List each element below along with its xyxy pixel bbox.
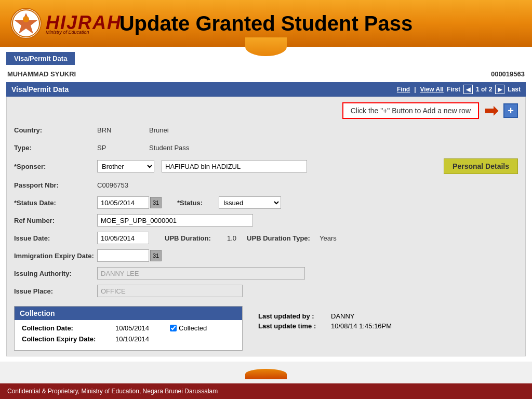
last-updated-by-label: Last updated by :: [258, 312, 331, 320]
student-info-row: MUHAMMAD SYUKRI 000019563: [6, 68, 526, 80]
type-name: Student Pass: [149, 144, 189, 152]
footer-bump: [245, 369, 287, 379]
find-link[interactable]: Find: [397, 86, 410, 93]
tab-visa-permit[interactable]: Visa/Permit Data: [6, 52, 75, 65]
section-nav: Find | View All First ◀ 1 of 2 ▶ Last: [397, 85, 521, 94]
imm-expiry-label: Immigration Expiry Date:: [14, 252, 97, 260]
issuing-authority-label: Issuing Authority:: [14, 270, 97, 277]
last-update-time-label: Last update time :: [258, 322, 331, 330]
sponser-name-input[interactable]: [162, 160, 307, 172]
last-updated-by-row: Last updated by : DANNY: [258, 312, 392, 320]
sponser-select[interactable]: Brother Father Mother Guardian Self: [97, 160, 154, 172]
last-update-time-row: Last update time : 10/08/14 1:45:16PM: [258, 322, 392, 330]
type-row: Type: SP Student Pass: [14, 141, 518, 154]
imm-expiry-input[interactable]: [97, 249, 149, 262]
upb-duration-label: UPB Duration:: [165, 234, 227, 242]
collected-label: Collected: [179, 324, 207, 332]
country-label: Country:: [14, 126, 97, 134]
section-title: Visa/Permit Data: [11, 85, 69, 94]
collected-checkbox[interactable]: [170, 325, 177, 331]
main-content: Visa/Permit Data MUHAMMAD SYUKRI 0000195…: [0, 47, 532, 362]
page-footer: Confidential & Proprietary, Ministry of …: [0, 383, 532, 399]
collection-date-row: Collection Date: 10/05/2014 Collected: [22, 324, 235, 332]
logo-icon: [10, 8, 42, 39]
form-area: Click the "+" Button to Add a new row ➡ …: [6, 97, 526, 356]
header-bump: [245, 37, 287, 56]
callout-box: Click the "+" Button to Add a new row: [342, 102, 479, 119]
country-code: BRN: [97, 126, 149, 134]
svg-point-2: [23, 16, 29, 22]
ref-input[interactable]: [97, 214, 253, 227]
status-select[interactable]: Issued Pending Cancelled: [219, 196, 281, 209]
status-label: *Status:: [177, 199, 219, 207]
issuing-authority-input[interactable]: [97, 267, 305, 280]
collection-header: Collection: [15, 307, 242, 320]
last-label: Last: [508, 86, 521, 93]
passport-value: C0096753: [97, 181, 128, 189]
page-title: Update Granted Student Pass: [119, 12, 413, 35]
view-all-link[interactable]: View All: [420, 86, 444, 93]
status-date-row: *Status Date: 31 *Status: Issued Pending…: [14, 196, 518, 209]
first-label: First: [447, 86, 460, 93]
issue-date-row: Issue Date: UPB Duration: 1.0 UPB Durati…: [14, 231, 518, 245]
collected-area: Collected: [170, 324, 207, 332]
issue-place-label: Issue Place:: [14, 287, 97, 295]
collection-expiry-row: Collection Expiry Date: 10/10/2014: [22, 335, 235, 343]
page-header: HIJRAH Ministry of Education Update Gran…: [0, 0, 532, 47]
last-updated-by-value: DANNY: [331, 312, 355, 320]
section-header: Visa/Permit Data Find | View All First ◀…: [6, 82, 526, 97]
ref-label: Ref Number:: [14, 217, 97, 224]
personal-details-button[interactable]: Personal Details: [444, 158, 518, 174]
sponser-label: *Sponser:: [14, 163, 97, 170]
collection-expiry-value: 10/10/2014: [115, 335, 149, 343]
footer-text: Confidential & Proprietary, Ministry of …: [7, 388, 218, 395]
country-name: Brunei: [149, 126, 169, 134]
page-indicator: 1 of 2: [476, 86, 492, 93]
imm-expiry-calendar-icon[interactable]: 31: [150, 250, 162, 261]
logo-area: HIJRAH Ministry of Education: [10, 8, 122, 39]
callout-arrow-icon: ➡: [484, 102, 498, 119]
collection-date-value: 10/05/2014: [115, 324, 149, 332]
issuing-authority-row: Issuing Authority:: [14, 267, 518, 280]
sponser-row: *Sponser: Brother Father Mother Guardian…: [14, 158, 518, 174]
upb-duration-value: 1.0: [227, 234, 236, 242]
student-name: MUHAMMAD SYUKRI: [7, 70, 76, 78]
passport-label: Passport Nbr:: [14, 181, 97, 189]
student-id: 000019563: [491, 70, 525, 78]
collection-date-label: Collection Date:: [22, 324, 115, 332]
status-date-label: *Status Date:: [14, 199, 97, 207]
last-update-time-value: 10/08/14 1:45:16PM: [331, 322, 392, 330]
type-code: SP: [97, 144, 149, 152]
collection-expiry-label: Collection Expiry Date:: [22, 335, 115, 343]
country-row: Country: BRN Brunei: [14, 123, 518, 137]
issue-date-input[interactable]: [97, 232, 149, 244]
type-label: Type:: [14, 144, 97, 152]
issue-date-label: Issue Date:: [14, 234, 97, 242]
next-page-button[interactable]: ▶: [495, 85, 504, 94]
imm-expiry-row: Immigration Expiry Date: 31: [14, 249, 518, 262]
ref-row: Ref Number:: [14, 214, 518, 227]
passport-row: Passport Nbr: C0096753: [14, 178, 518, 192]
issue-place-row: Issue Place:: [14, 284, 518, 298]
upb-duration-type-label: UPB Duration Type:: [247, 234, 320, 242]
add-row-button[interactable]: +: [503, 103, 518, 118]
upb-duration-type-value: Years: [320, 234, 337, 242]
status-date-input[interactable]: [97, 196, 149, 209]
collection-body: Collection Date: 10/05/2014 Collected Co…: [15, 320, 242, 350]
collection-section: Collection Collection Date: 10/05/2014 C…: [14, 306, 243, 351]
issue-place-input[interactable]: [97, 285, 243, 297]
prev-page-button[interactable]: ◀: [463, 85, 473, 94]
status-date-calendar-icon[interactable]: 31: [150, 197, 162, 208]
last-updated-section: Last updated by : DANNY Last update time…: [258, 312, 392, 332]
